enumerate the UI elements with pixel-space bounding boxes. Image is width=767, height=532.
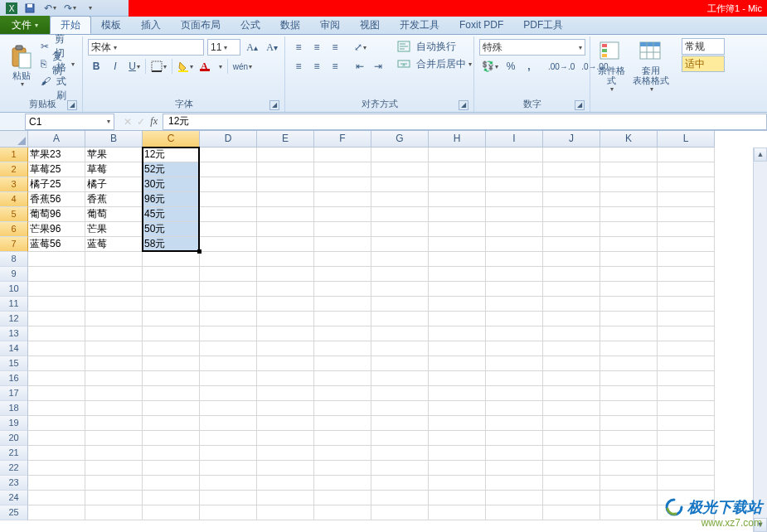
cell-style-neutral[interactable]: 适中 bbox=[682, 56, 725, 72]
cell-C24[interactable] bbox=[143, 491, 200, 505]
merge-center-button[interactable]: a 合并后居中▾ bbox=[395, 56, 486, 72]
cell-B19[interactable] bbox=[85, 416, 143, 431]
cell-D6[interactable] bbox=[200, 222, 257, 237]
cell-F5[interactable] bbox=[314, 207, 371, 222]
dialog-launcher-icon[interactable]: ◢ bbox=[459, 100, 468, 110]
cell-F10[interactable] bbox=[314, 282, 371, 297]
cell-H3[interactable] bbox=[429, 177, 486, 192]
cell-B18[interactable] bbox=[85, 401, 143, 416]
cell-D18[interactable] bbox=[200, 401, 257, 416]
column-header-E[interactable]: E bbox=[257, 131, 314, 148]
cell-B9[interactable] bbox=[85, 267, 143, 282]
cell-F6[interactable] bbox=[314, 222, 371, 237]
cell-K12[interactable] bbox=[600, 312, 658, 326]
cell-C10[interactable] bbox=[143, 282, 200, 297]
bold-button[interactable]: B bbox=[88, 58, 104, 75]
cell-B2[interactable]: 草莓 bbox=[85, 162, 143, 177]
cell-A1[interactable]: 苹果23 bbox=[28, 148, 85, 162]
cell-G19[interactable] bbox=[371, 416, 429, 431]
cell-I10[interactable] bbox=[486, 282, 543, 297]
cell-L17[interactable] bbox=[658, 386, 715, 401]
row-header-21[interactable]: 21 bbox=[0, 446, 28, 461]
row-header-12[interactable]: 12 bbox=[0, 312, 28, 326]
row-header-6[interactable]: 6 bbox=[0, 222, 28, 237]
cell-H11[interactable] bbox=[429, 297, 486, 312]
cell-F2[interactable] bbox=[314, 162, 371, 177]
cell-F1[interactable] bbox=[314, 148, 371, 162]
column-header-G[interactable]: G bbox=[371, 131, 429, 148]
cell-G5[interactable] bbox=[371, 207, 429, 222]
font-color-button[interactable]: A ▾ bbox=[198, 58, 225, 75]
cell-F23[interactable] bbox=[314, 476, 371, 491]
cell-K24[interactable] bbox=[600, 491, 658, 505]
cell-L19[interactable] bbox=[658, 416, 715, 431]
cell-K21[interactable] bbox=[600, 446, 658, 461]
underline-button[interactable]: U▾ bbox=[126, 58, 143, 75]
cell-J19[interactable] bbox=[543, 416, 600, 431]
cell-A6[interactable]: 芒果96 bbox=[28, 222, 85, 237]
cell-B20[interactable] bbox=[85, 431, 143, 446]
cell-L18[interactable] bbox=[658, 401, 715, 416]
formula-input[interactable]: 12元 bbox=[163, 114, 767, 130]
cell-I6[interactable] bbox=[486, 222, 543, 237]
cell-J14[interactable] bbox=[543, 341, 600, 356]
cell-G23[interactable] bbox=[371, 476, 429, 491]
row-header-16[interactable]: 16 bbox=[0, 371, 28, 386]
cell-F3[interactable] bbox=[314, 177, 371, 192]
cell-F21[interactable] bbox=[314, 446, 371, 461]
column-header-L[interactable]: L bbox=[658, 131, 715, 148]
decrease-indent-button[interactable]: ⇤ bbox=[352, 58, 368, 75]
cell-I1[interactable] bbox=[486, 148, 543, 162]
align-top-button[interactable]: ≡ bbox=[290, 39, 307, 56]
column-header-J[interactable]: J bbox=[543, 131, 600, 148]
cell-J11[interactable] bbox=[543, 297, 600, 312]
cell-G1[interactable] bbox=[371, 148, 429, 162]
cell-C9[interactable] bbox=[143, 267, 200, 282]
cell-K18[interactable] bbox=[600, 401, 658, 416]
cell-D15[interactable] bbox=[200, 356, 257, 371]
cell-J1[interactable] bbox=[543, 148, 600, 162]
cell-G10[interactable] bbox=[371, 282, 429, 297]
cell-I9[interactable] bbox=[486, 267, 543, 282]
cell-L21[interactable] bbox=[658, 446, 715, 461]
cell-C21[interactable] bbox=[143, 446, 200, 461]
cell-H20[interactable] bbox=[429, 431, 486, 446]
cell-D1[interactable] bbox=[200, 148, 257, 162]
cell-I2[interactable] bbox=[486, 162, 543, 177]
cell-I21[interactable] bbox=[486, 446, 543, 461]
enter-formula-icon[interactable]: ✓ bbox=[137, 116, 145, 128]
cell-C3[interactable]: 30元 bbox=[143, 177, 200, 192]
cell-G20[interactable] bbox=[371, 431, 429, 446]
cell-H4[interactable] bbox=[429, 192, 486, 207]
cell-H14[interactable] bbox=[429, 341, 486, 356]
cell-J18[interactable] bbox=[543, 401, 600, 416]
dialog-launcher-icon[interactable]: ◢ bbox=[269, 100, 279, 110]
cell-C20[interactable] bbox=[143, 431, 200, 446]
cell-B12[interactable] bbox=[85, 312, 143, 326]
fill-handle[interactable] bbox=[197, 249, 201, 254]
cell-J15[interactable] bbox=[543, 356, 600, 371]
cell-A23[interactable] bbox=[28, 476, 85, 491]
cell-D23[interactable] bbox=[200, 476, 257, 491]
cell-H16[interactable] bbox=[429, 371, 486, 386]
cell-I12[interactable] bbox=[486, 312, 543, 326]
border-button[interactable]: ▾ bbox=[148, 58, 169, 75]
cell-A5[interactable]: 葡萄96 bbox=[28, 207, 85, 222]
cell-L13[interactable] bbox=[658, 326, 715, 341]
row-header-5[interactable]: 5 bbox=[0, 207, 28, 222]
cell-G25[interactable] bbox=[371, 505, 429, 520]
fx-icon[interactable]: fx bbox=[150, 115, 158, 128]
cell-C4[interactable]: 96元 bbox=[143, 192, 200, 207]
column-header-I[interactable]: I bbox=[486, 131, 543, 148]
cell-B15[interactable] bbox=[85, 356, 143, 371]
cell-K7[interactable] bbox=[600, 237, 658, 252]
cell-I3[interactable] bbox=[486, 177, 543, 192]
cell-K13[interactable] bbox=[600, 326, 658, 341]
row-header-7[interactable]: 7 bbox=[0, 237, 28, 252]
cell-F19[interactable] bbox=[314, 416, 371, 431]
cell-C5[interactable]: 45元 bbox=[143, 207, 200, 222]
cell-D12[interactable] bbox=[200, 312, 257, 326]
tab-Foxit PDF[interactable]: Foxit PDF bbox=[449, 16, 513, 34]
cell-A22[interactable] bbox=[28, 461, 85, 476]
comma-button[interactable]: , bbox=[521, 58, 537, 75]
